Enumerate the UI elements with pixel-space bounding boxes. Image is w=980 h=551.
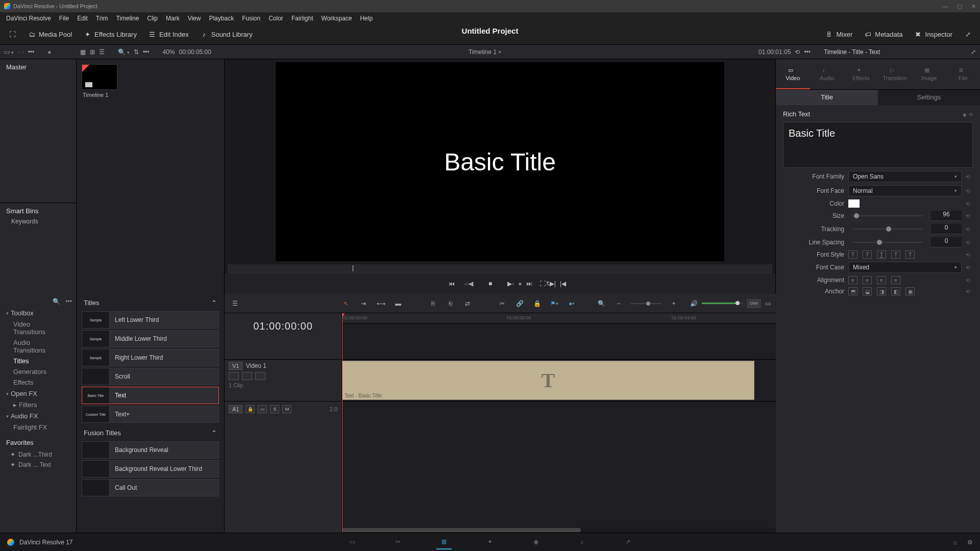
gang-icon[interactable]: ⟲ [795, 48, 800, 56]
menu-timeline[interactable]: Timeline [113, 15, 142, 22]
inspector-tab-transition[interactable]: ▷Transition [878, 59, 912, 89]
zoom-slider-minus-icon[interactable]: − [614, 298, 624, 309]
fusion-title-item[interactable]: Background Reveal Lower Third [82, 460, 219, 478]
color-page-icon[interactable]: ◉ [528, 535, 544, 549]
collapse-icon[interactable]: ⌃ [211, 299, 217, 307]
close-icon[interactable]: ✕ [971, 3, 976, 10]
reset-icon[interactable]: ⟲ [966, 240, 973, 245]
metadata-button[interactable]: 🏷Metadata [861, 29, 905, 41]
title-item[interactable]: SampleRight Lower Third [82, 349, 219, 366]
size-value[interactable]: 96 [931, 211, 962, 221]
cat-filters[interactable]: ▸Filters [0, 399, 76, 410]
track-tag-v1[interactable]: V1 [229, 362, 242, 370]
menu-fusion[interactable]: Fusion [239, 15, 263, 22]
go-start-icon[interactable]: ⏮ [447, 279, 457, 289]
inspector-subtab-settings[interactable]: Settings [878, 90, 980, 105]
master-bin[interactable]: Master [0, 59, 76, 75]
title-item[interactable]: SampleMiddle Lower Third [82, 330, 219, 347]
align-justify-icon[interactable]: ≡ [891, 276, 900, 284]
prev-clip-icon[interactable]: |◀ [560, 280, 566, 287]
dim-button[interactable]: DIM [747, 299, 761, 308]
cut-page-icon[interactable]: ✂ [390, 535, 406, 549]
reset-icon[interactable]: ⟲ [966, 201, 973, 207]
flag-icon[interactable]: ⚑ ▾ [549, 298, 559, 309]
fusion-title-item[interactable]: Call Out [82, 479, 219, 496]
inspector-tab-file[interactable]: 🗎File [946, 59, 980, 89]
maximize-icon[interactable]: ▢ [957, 3, 962, 10]
menu-help[interactable]: Help [357, 15, 376, 22]
menu-file[interactable]: File [56, 15, 72, 22]
lock-icon[interactable]: 🔒 [532, 298, 542, 309]
reset-icon[interactable]: ⟲ [966, 174, 973, 180]
effects-library-button[interactable]: ✦Effects Library [80, 29, 140, 41]
speaker-icon[interactable]: 🔊 [690, 300, 698, 307]
align-center-icon[interactable]: ≡ [863, 276, 872, 284]
title-item[interactable]: Custom TitleText+ [82, 406, 219, 423]
dynamic-trim-icon[interactable]: ⟷ [376, 298, 386, 309]
align-left-icon[interactable]: ≡ [848, 276, 857, 284]
cat-fairlightfx[interactable]: Fairlight FX [0, 422, 76, 433]
transform-icon[interactable]: ▱ ▾ [464, 280, 473, 287]
inspector-tab-image[interactable]: ▦Image [912, 59, 946, 89]
menu-trim[interactable]: Trim [93, 15, 111, 22]
menu-view[interactable]: View [185, 15, 204, 22]
anchor-ml-icon[interactable]: ◧ [891, 287, 900, 295]
search-icon[interactable]: 🔍 ▾ [118, 48, 130, 56]
reset-icon[interactable]: ⟲ [966, 188, 973, 194]
inspector-tab-audio[interactable]: ♪Audio [810, 59, 844, 89]
inspector-button[interactable]: ✖Inspector [911, 29, 955, 41]
sound-library-button[interactable]: ♪Sound Library [197, 29, 256, 41]
viewer-timecode[interactable]: 01:00:01:05 [758, 48, 791, 56]
linespacing-value[interactable]: 0 [931, 237, 962, 247]
link-icon[interactable]: 🔗 [514, 298, 525, 309]
keyframe-icon[interactable]: ◆ [963, 112, 967, 117]
collapse-icon[interactable]: ⌃ [211, 429, 217, 437]
inspector-tab-video[interactable]: ▭Video [776, 59, 810, 89]
timeline-view-icon[interactable]: ☰ [230, 298, 240, 309]
fusion-page-icon[interactable]: ✦ [482, 535, 498, 549]
fairlight-page-icon[interactable]: ♪ [574, 535, 590, 549]
cat-audiofx[interactable]: ▾Audio FX [0, 410, 76, 422]
favorite-item[interactable]: ✦Dark ... Text [0, 460, 76, 470]
cat-effects[interactable]: Effects [0, 377, 76, 388]
trim-tool-icon[interactable]: ⇥ [358, 298, 369, 309]
reset-icon[interactable]: ⟲ [966, 252, 973, 258]
next-edit-icon[interactable]: › [526, 280, 528, 287]
timeline-ruler[interactable]: 01:00:00:00 01:00:02:00 01:00:04:00 [342, 313, 776, 323]
selection-tool-icon[interactable]: ↖ [341, 298, 351, 309]
cat-generators[interactable]: Generators [0, 366, 76, 377]
clip-thumbnail[interactable] [82, 64, 117, 90]
panel-menu-icon[interactable]: ▭ ▾ [4, 48, 14, 56]
menu-playback[interactable]: Playback [206, 15, 237, 22]
menu-resolve[interactable]: DaVinci Resolve [3, 15, 54, 22]
thumb-view-icon[interactable]: ▦ [80, 48, 86, 56]
color-swatch[interactable] [848, 199, 860, 208]
overwrite-icon[interactable]: ⎗ [445, 298, 455, 309]
video-track-header[interactable]: V1 Video 1 1 Clip [225, 359, 341, 401]
tracking-slider[interactable] [852, 229, 923, 230]
fontcase-select[interactable]: Mixed▾ [848, 262, 962, 273]
linespacing-slider[interactable] [852, 242, 923, 243]
expand-button[interactable]: ⤢ [961, 29, 975, 41]
font-face-select[interactable]: Normal▾ [848, 185, 962, 196]
cat-audio-transitions[interactable]: Audio Transitions [0, 337, 76, 356]
viewer-canvas[interactable]: Basic Title [276, 62, 724, 261]
edit-page-icon[interactable]: ⊞ [436, 535, 452, 549]
menu-fairlight[interactable]: Fairlight [288, 15, 316, 22]
audio-track-1[interactable] [342, 401, 776, 416]
fusion-title-item[interactable]: Background Reveal [82, 441, 219, 459]
blade-tool-icon[interactable]: ▬ [393, 298, 403, 309]
smartbin-keywords[interactable]: Keywords [6, 215, 70, 228]
mute-icon[interactable]: ▭ [765, 300, 771, 307]
marker-icon[interactable]: ● ▾ [567, 298, 577, 309]
tracking-value[interactable]: 0 [931, 224, 962, 234]
title-item[interactable]: SampleLeft Lower Third [82, 311, 219, 329]
playhead[interactable] [342, 313, 342, 533]
fx-opts-icon[interactable]: ••• [65, 298, 72, 305]
menu-edit[interactable]: Edit [74, 15, 91, 22]
align-right-icon[interactable]: ≡ [877, 276, 886, 284]
list-view-icon[interactable]: ☰ [99, 48, 105, 56]
mute-icon[interactable]: M [282, 405, 291, 413]
lock-audio-icon[interactable]: 🔒 [246, 405, 255, 413]
reset-icon[interactable]: ⟲ [966, 213, 973, 219]
